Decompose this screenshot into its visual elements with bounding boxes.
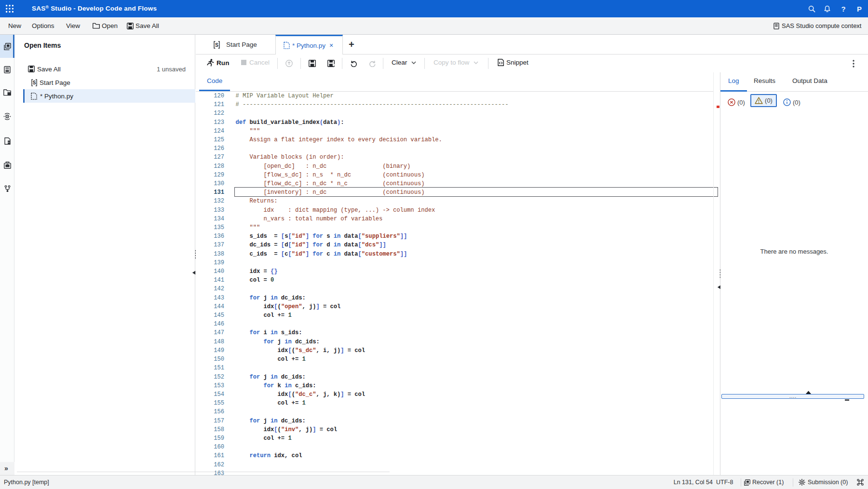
svg-text:S: S — [33, 80, 36, 85]
svg-text:S: S — [215, 41, 218, 47]
